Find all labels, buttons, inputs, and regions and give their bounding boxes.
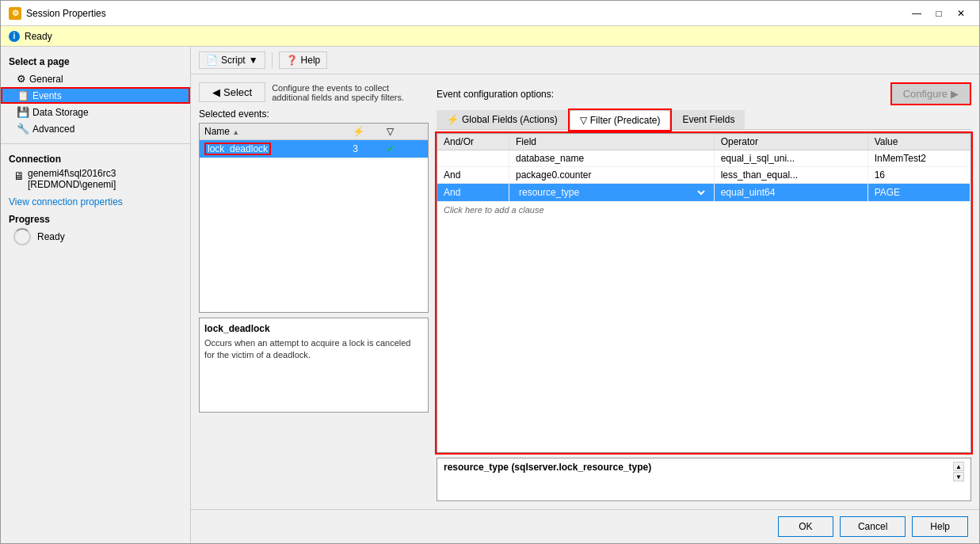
event-name-value: lock_deadlock [204,143,271,155]
scroll-down-button[interactable]: ▼ [953,472,964,481]
filter-operator-2: less_than_equal... [714,167,868,184]
close-button[interactable]: ✕ [951,6,971,21]
data-storage-icon: 💾 [17,106,29,118]
event-check-cell: ✓ [382,140,428,158]
filter-row-1[interactable]: database_name equal_i_sql_uni... InMemTe… [437,150,970,167]
filter-field-1: database_name [509,150,715,167]
configure-arrow-icon: ▶ [951,88,959,100]
selected-events-label: Selected events: [199,108,429,120]
filter-operator-1: equal_i_sql_uni... [714,150,868,167]
events-panel: ◀ Select Configure the events to collect… [199,82,429,501]
event-num-value: 3 [353,143,358,154]
filter-andor-3: And [437,184,509,202]
add-clause-text[interactable]: Click here to add a clause [437,202,970,218]
sidebar-item-label-general: General [29,74,63,85]
sidebar-item-advanced[interactable]: 🔧 Advanced [1,120,190,137]
event-num-cell: 3 [348,140,382,158]
filter-row-3[interactable]: And resource_type equal_uint64 PAGE [437,184,970,202]
filter-field-2: package0.counter [509,167,715,184]
filter-row-2[interactable]: And package0.counter less_than_equal... … [437,167,970,184]
desc-text: Occurs when an attempt to acquire a lock… [204,337,423,362]
col-header-lightning[interactable]: ⚡ [348,124,382,140]
configure-button[interactable]: Configure ▶ [890,82,971,105]
sidebar-item-label-events: Events [32,90,62,101]
select-btn-row: ◀ Select Configure the events to collect… [199,82,429,102]
ok-button[interactable]: OK [778,516,833,537]
back-arrow-icon: ◀ [212,86,220,98]
events-icon: 📋 [17,89,29,101]
view-connection-link[interactable]: View connection properties [1,193,190,211]
user-name: [REDMOND\genemi] [28,179,116,190]
sidebar-item-events[interactable]: 📋 Events [1,87,190,104]
toolbar-separator [272,52,273,68]
sidebar-title: Select a page [1,53,190,70]
desc-title: lock_deadlock [204,323,423,334]
title-bar-left: ⚙ Session Properties [9,7,106,20]
bottom-bar: OK Cancel Help [191,509,979,543]
scroll-up-button[interactable]: ▲ [953,462,964,471]
connection-info: 🖥 genemi4f\sql2016rc3 [REDMOND\genemi] [9,168,182,190]
general-icon: ⚙ [17,73,26,85]
select-btn-label: Select [223,86,252,98]
sidebar-item-general[interactable]: ⚙ General [1,70,190,87]
window-title: Session Properties [26,8,106,19]
status-bar: i Ready [1,26,979,47]
resource-info-title: resource_type (sqlserver.lock_resource_t… [444,462,651,481]
filter-table: And/Or Field Operator Value database_nam… [437,134,970,202]
col-header-value: Value [868,134,970,150]
col-name-label: Name [204,126,230,137]
sort-arrow-icon: ▲ [232,128,239,136]
progress-status: Ready [37,231,65,242]
server-name: genemi4f\sql2016rc3 [28,168,116,179]
script-label: Script [221,55,246,66]
toolbar: 📄 Script ▼ ❓ Help [191,47,979,74]
connection-details: genemi4f\sql2016rc3 [REDMOND\genemi] [28,168,116,190]
configure-label: Configure [903,88,948,100]
sidebar-item-label-advanced: Advanced [32,124,74,135]
filter-tab-icon: ▽ [580,115,587,126]
tab-global-fields[interactable]: ⚡ Global Fields (Actions) [437,110,568,129]
connection-title: Connection [9,154,182,165]
resource-info-box: resource_type (sqlserver.lock_resource_t… [437,458,971,501]
config-header-row: Event configuration options: Configure ▶ [437,82,971,105]
cancel-button[interactable]: Cancel [840,516,906,537]
app-icon: ⚙ [9,7,21,20]
event-config-label: Event configuration options: [437,89,554,100]
spinner-icon [13,228,31,245]
sidebar-item-data-storage[interactable]: 💾 Data Storage [1,104,190,120]
help-icon: ❓ [286,55,298,66]
tab-filter-predicate[interactable]: ▽ Filter (Predicate) [570,110,671,130]
global-fields-icon: ⚡ [447,114,459,125]
content-area: ◀ Select Configure the events to collect… [191,74,979,509]
filter-field-3[interactable]: resource_type [509,184,715,202]
status-icon: i [9,31,20,42]
help-button[interactable]: ❓ Help [279,51,328,69]
check-icon: ✓ [387,143,395,154]
minimize-button[interactable]: — [906,6,927,21]
instruction-text: Configure the events to collect addition… [272,83,429,102]
tab-event-fields[interactable]: Event Fields [672,110,745,129]
main-content: Select a page ⚙ General 📋 Events 💾 Data … [1,47,979,543]
field-select[interactable]: resource_type [516,186,707,199]
filter-icon: ▽ [387,126,394,137]
col-header-name[interactable]: Name ▲ [200,124,348,140]
filter-value-2: 16 [868,167,970,184]
help-btn-bottom[interactable]: Help [912,516,968,537]
script-button[interactable]: 📄 Script ▼ [199,51,265,69]
select-button[interactable]: ◀ Select [199,82,265,102]
table-row[interactable]: lock_deadlock 3 ✓ [200,140,428,158]
filter-andor-2: And [437,167,509,184]
title-bar: ⚙ Session Properties — □ ✕ [1,1,979,26]
filter-grid-container: And/Or Field Operator Value database_nam… [437,133,971,453]
tab-bar: ⚡ Global Fields (Actions) ▽ Filter (Pred… [437,110,971,130]
sidebar-item-label-storage: Data Storage [32,107,89,118]
col-header-filter[interactable]: ▽ [382,124,428,140]
maximize-button[interactable]: □ [929,6,949,21]
events-table-container: Name ▲ ⚡ ▽ [199,123,429,313]
resource-info-header: resource_type (sqlserver.lock_resource_t… [444,462,964,481]
progress-section: Progress Ready [1,211,190,249]
script-icon: 📄 [206,55,218,66]
lightning-icon: ⚡ [353,126,364,137]
config-panel: Event configuration options: Configure ▶… [437,82,971,501]
right-panel: 📄 Script ▼ ❓ Help ◀ Select [191,47,979,543]
